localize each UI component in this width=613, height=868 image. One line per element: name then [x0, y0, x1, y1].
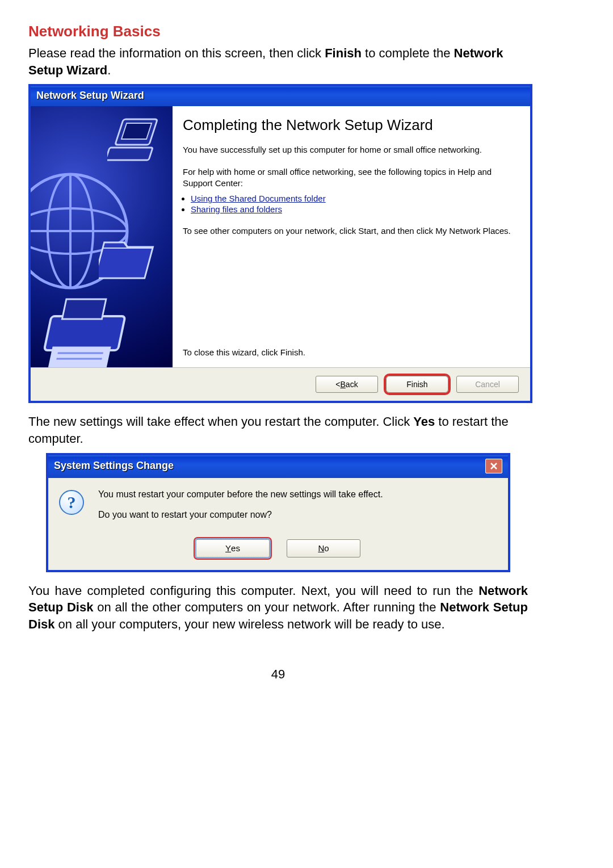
wizard-button-bar: < Back Finish Cancel — [31, 367, 530, 401]
no-rest: o — [324, 543, 329, 553]
dialog-body: ? You must restart your computer before … — [48, 478, 508, 536]
mid-yes-bold: Yes — [413, 414, 435, 429]
wizard-paragraph-1: You have successfully set up this comput… — [183, 144, 520, 156]
wizard-titlebar[interactable]: Network Setup Wizard — [31, 86, 530, 106]
wizard-help-links-list: Using the Shared Documents folder Sharin… — [183, 194, 520, 215]
intro-finish-bold: Finish — [325, 46, 362, 60]
end-text-b: on all the other computers on your netwo… — [93, 600, 440, 614]
printer-icon — [33, 293, 147, 367]
dialog-titlebar[interactable]: System Settings Change — [48, 455, 508, 478]
dialog-title-text: System Settings Change — [54, 460, 174, 472]
wizard-content: Completing the Network Setup Wizard You … — [173, 106, 530, 367]
back-rest: ack — [346, 380, 358, 389]
yes-rest: es — [231, 543, 240, 553]
dialog-line-1: You must restart your computer before th… — [98, 489, 383, 500]
svg-rect-10 — [49, 347, 110, 367]
wizard-paragraph-3: To see other computers on your network, … — [183, 225, 520, 237]
wizard-body: Completing the Network Setup Wizard You … — [31, 106, 530, 367]
intro-paragraph: Please read the information on this scre… — [28, 45, 528, 78]
system-settings-change-dialog: System Settings Change ? You must restar… — [46, 453, 510, 572]
no-button[interactable]: No — [287, 539, 360, 557]
dialog-text: You must restart your computer before th… — [98, 489, 383, 530]
wizard-paragraph-2: For help with home or small office netwo… — [183, 166, 520, 190]
yes-key: Y — [225, 543, 231, 553]
section-title: Networking Basics — [28, 23, 528, 40]
back-button[interactable]: < Back — [316, 376, 378, 393]
end-paragraph: You have completed configuring this comp… — [28, 582, 528, 633]
back-prefix: < — [335, 380, 340, 389]
svg-rect-7 — [107, 148, 153, 160]
network-setup-wizard-window: Network Setup Wizard — [28, 84, 532, 403]
question-icon: ? — [58, 489, 85, 515]
intro-text-a: Please read the information on this scre… — [28, 46, 325, 60]
wizard-heading: Completing the Network Setup Wizard — [183, 116, 520, 134]
intro-text-b: to complete the — [362, 46, 454, 60]
intro-text-c: . — [107, 63, 111, 77]
dialog-line-2: Do you want to restart your computer now… — [98, 510, 383, 520]
svg-text:?: ? — [68, 493, 76, 511]
svg-rect-8 — [44, 316, 125, 350]
wizard-graphic-panel — [31, 106, 173, 367]
computer-icon — [107, 116, 170, 167]
wizard-close-instruction: To close this wizard, click Finish. — [183, 347, 520, 357]
mid-text-a: The new settings will take effect when y… — [28, 414, 413, 429]
mid-paragraph: The new settings will take effect when y… — [28, 413, 528, 447]
shared-documents-link[interactable]: Using the Shared Documents folder — [191, 194, 326, 203]
close-icon[interactable] — [485, 459, 502, 473]
back-key: B — [341, 380, 346, 389]
svg-rect-9 — [62, 299, 106, 319]
cancel-button: Cancel — [456, 376, 519, 393]
list-item: Using the Shared Documents folder — [191, 194, 520, 203]
finish-button[interactable]: Finish — [386, 376, 448, 393]
list-item: Sharing files and folders — [191, 204, 520, 214]
end-text-a: You have completed configuring this comp… — [28, 584, 478, 598]
wizard-title-text: Network Setup Wizard — [36, 90, 144, 102]
svg-rect-6 — [121, 123, 152, 139]
yes-button[interactable]: Yes — [196, 539, 270, 557]
no-key: N — [318, 543, 324, 553]
page-number: 49 — [28, 667, 528, 682]
end-text-c: on all your computers, your new wireless… — [54, 617, 444, 631]
dialog-button-bar: Yes No — [48, 536, 508, 570]
folder-icon — [99, 231, 167, 288]
sharing-files-link[interactable]: Sharing files and folders — [191, 204, 282, 214]
